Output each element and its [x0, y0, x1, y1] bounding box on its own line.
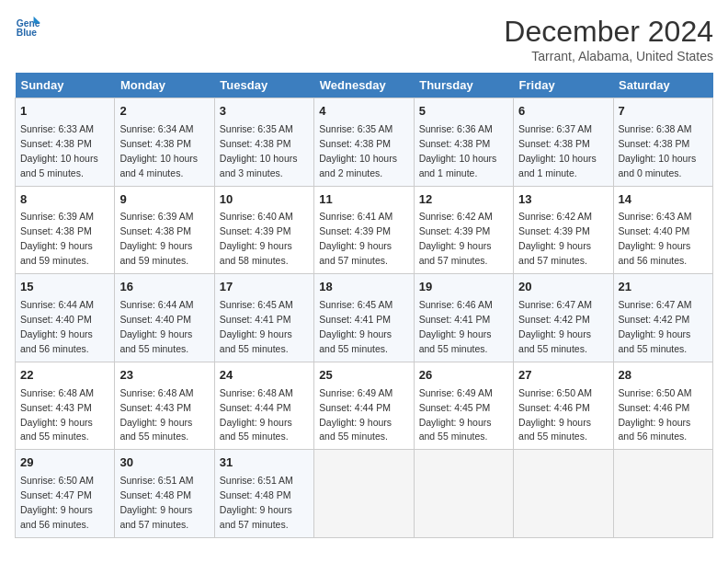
calendar-cell: 19Sunrise: 6:46 AM Sunset: 4:41 PM Dayli… [414, 274, 513, 362]
day-detail: Sunrise: 6:48 AM Sunset: 4:43 PM Dayligh… [119, 387, 193, 442]
day-detail: Sunrise: 6:40 AM Sunset: 4:39 PM Dayligh… [220, 211, 293, 266]
day-number: 13 [518, 191, 608, 209]
day-detail: Sunrise: 6:47 AM Sunset: 4:42 PM Dayligh… [619, 299, 692, 354]
subtitle: Tarrant, Alabama, United States [504, 49, 713, 63]
day-number: 11 [319, 191, 408, 209]
calendar-cell: 3Sunrise: 6:35 AM Sunset: 4:38 PM Daylig… [214, 98, 313, 187]
day-detail: Sunrise: 6:44 AM Sunset: 4:40 PM Dayligh… [20, 299, 94, 354]
calendar-cell [613, 450, 712, 538]
day-number: 15 [20, 279, 109, 296]
calendar-cell: 14Sunrise: 6:43 AM Sunset: 4:40 PM Dayli… [613, 186, 712, 274]
day-detail: Sunrise: 6:35 AM Sunset: 4:38 PM Dayligh… [319, 123, 397, 178]
day-number: 6 [518, 103, 608, 121]
day-detail: Sunrise: 6:47 AM Sunset: 4:42 PM Dayligh… [518, 299, 592, 354]
day-detail: Sunrise: 6:45 AM Sunset: 4:41 PM Dayligh… [220, 299, 293, 354]
calendar-cell: 1Sunrise: 6:33 AM Sunset: 4:38 PM Daylig… [16, 98, 115, 187]
day-detail: Sunrise: 6:50 AM Sunset: 4:46 PM Dayligh… [619, 387, 692, 442]
day-number: 25 [319, 367, 408, 385]
calendar-cell: 10Sunrise: 6:40 AM Sunset: 4:39 PM Dayli… [214, 186, 313, 274]
day-number: 7 [619, 103, 708, 121]
calendar-week-row: 8Sunrise: 6:39 AM Sunset: 4:38 PM Daylig… [16, 186, 713, 274]
weekday-header-sunday: Sunday [16, 73, 115, 98]
day-detail: Sunrise: 6:49 AM Sunset: 4:45 PM Dayligh… [419, 387, 493, 442]
weekday-header-monday: Monday [115, 73, 214, 98]
calendar-cell: 11Sunrise: 6:41 AM Sunset: 4:39 PM Dayli… [314, 186, 414, 274]
day-number: 16 [119, 279, 209, 296]
calendar-cell: 6Sunrise: 6:37 AM Sunset: 4:38 PM Daylig… [514, 98, 613, 187]
calendar-cell: 2Sunrise: 6:34 AM Sunset: 4:38 PM Daylig… [115, 98, 214, 187]
day-detail: Sunrise: 6:49 AM Sunset: 4:44 PM Dayligh… [319, 387, 392, 442]
calendar-cell: 22Sunrise: 6:48 AM Sunset: 4:43 PM Dayli… [16, 362, 115, 450]
day-number: 2 [119, 103, 209, 121]
day-detail: Sunrise: 6:34 AM Sunset: 4:38 PM Dayligh… [119, 123, 198, 178]
weekday-header-thursday: Thursday [414, 73, 513, 98]
calendar-cell: 13Sunrise: 6:42 AM Sunset: 4:39 PM Dayli… [514, 186, 613, 274]
logo: General Blue [15, 15, 40, 40]
day-number: 27 [518, 367, 608, 385]
day-detail: Sunrise: 6:37 AM Sunset: 4:38 PM Dayligh… [518, 123, 597, 178]
day-detail: Sunrise: 6:46 AM Sunset: 4:41 PM Dayligh… [419, 299, 493, 354]
calendar-cell: 31Sunrise: 6:51 AM Sunset: 4:48 PM Dayli… [214, 450, 313, 538]
calendar-cell: 5Sunrise: 6:36 AM Sunset: 4:38 PM Daylig… [414, 98, 513, 187]
day-detail: Sunrise: 6:51 AM Sunset: 4:48 PM Dayligh… [119, 475, 193, 530]
day-detail: Sunrise: 6:33 AM Sunset: 4:38 PM Dayligh… [20, 123, 98, 178]
calendar-cell: 9Sunrise: 6:39 AM Sunset: 4:38 PM Daylig… [115, 186, 214, 274]
day-number: 28 [619, 367, 708, 385]
calendar-cell: 25Sunrise: 6:49 AM Sunset: 4:44 PM Dayli… [314, 362, 414, 450]
calendar-cell: 18Sunrise: 6:45 AM Sunset: 4:41 PM Dayli… [314, 274, 414, 362]
svg-text:Blue: Blue [17, 28, 38, 38]
day-detail: Sunrise: 6:48 AM Sunset: 4:44 PM Dayligh… [220, 387, 293, 442]
day-detail: Sunrise: 6:51 AM Sunset: 4:48 PM Dayligh… [220, 475, 293, 530]
logo-icon: General Blue [15, 15, 40, 40]
day-detail: Sunrise: 6:42 AM Sunset: 4:39 PM Dayligh… [419, 211, 493, 266]
weekday-header-tuesday: Tuesday [214, 73, 313, 98]
title-area: December 2024 Tarrant, Alabama, United S… [504, 15, 713, 63]
day-number: 14 [619, 191, 708, 209]
main-title: December 2024 [504, 15, 713, 49]
day-number: 17 [220, 279, 309, 296]
calendar-cell: 7Sunrise: 6:38 AM Sunset: 4:38 PM Daylig… [613, 98, 712, 187]
day-number: 19 [419, 279, 508, 296]
calendar-cell [314, 450, 414, 538]
day-detail: Sunrise: 6:42 AM Sunset: 4:39 PM Dayligh… [518, 211, 592, 266]
day-number: 26 [419, 367, 508, 385]
calendar-cell: 30Sunrise: 6:51 AM Sunset: 4:48 PM Dayli… [115, 450, 214, 538]
calendar-cell: 27Sunrise: 6:50 AM Sunset: 4:46 PM Dayli… [514, 362, 613, 450]
calendar-week-row: 1Sunrise: 6:33 AM Sunset: 4:38 PM Daylig… [16, 98, 713, 187]
day-detail: Sunrise: 6:50 AM Sunset: 4:46 PM Dayligh… [518, 387, 592, 442]
calendar-week-row: 29Sunrise: 6:50 AM Sunset: 4:47 PM Dayli… [16, 450, 713, 538]
calendar-cell: 26Sunrise: 6:49 AM Sunset: 4:45 PM Dayli… [414, 362, 513, 450]
calendar-week-row: 22Sunrise: 6:48 AM Sunset: 4:43 PM Dayli… [16, 362, 713, 450]
day-detail: Sunrise: 6:48 AM Sunset: 4:43 PM Dayligh… [20, 387, 94, 442]
calendar-cell: 4Sunrise: 6:35 AM Sunset: 4:38 PM Daylig… [314, 98, 414, 187]
day-number: 23 [119, 367, 209, 385]
weekday-header-saturday: Saturday [613, 73, 712, 98]
calendar-cell: 23Sunrise: 6:48 AM Sunset: 4:43 PM Dayli… [115, 362, 214, 450]
calendar-cell: 8Sunrise: 6:39 AM Sunset: 4:38 PM Daylig… [16, 186, 115, 274]
day-number: 29 [20, 454, 109, 472]
calendar-cell: 15Sunrise: 6:44 AM Sunset: 4:40 PM Dayli… [16, 274, 115, 362]
calendar-cell: 17Sunrise: 6:45 AM Sunset: 4:41 PM Dayli… [214, 274, 313, 362]
calendar-cell [514, 450, 613, 538]
calendar-cell [414, 450, 513, 538]
day-number: 30 [119, 454, 209, 472]
day-detail: Sunrise: 6:36 AM Sunset: 4:38 PM Dayligh… [419, 123, 497, 178]
calendar-cell: 24Sunrise: 6:48 AM Sunset: 4:44 PM Dayli… [214, 362, 313, 450]
day-number: 8 [20, 191, 109, 209]
calendar-cell: 20Sunrise: 6:47 AM Sunset: 4:42 PM Dayli… [514, 274, 613, 362]
day-detail: Sunrise: 6:45 AM Sunset: 4:41 PM Dayligh… [319, 299, 392, 354]
day-detail: Sunrise: 6:43 AM Sunset: 4:40 PM Dayligh… [619, 211, 692, 266]
day-detail: Sunrise: 6:50 AM Sunset: 4:47 PM Dayligh… [20, 475, 94, 530]
day-number: 31 [220, 454, 309, 472]
weekday-header-wednesday: Wednesday [314, 73, 414, 98]
day-detail: Sunrise: 6:41 AM Sunset: 4:39 PM Dayligh… [319, 211, 392, 266]
day-number: 9 [119, 191, 209, 209]
calendar-cell: 21Sunrise: 6:47 AM Sunset: 4:42 PM Dayli… [613, 274, 712, 362]
day-number: 24 [220, 367, 309, 385]
day-number: 5 [419, 103, 508, 121]
calendar-table: SundayMondayTuesdayWednesdayThursdayFrid… [15, 73, 713, 538]
calendar-cell: 12Sunrise: 6:42 AM Sunset: 4:39 PM Dayli… [414, 186, 513, 274]
day-number: 3 [220, 103, 309, 121]
calendar-cell: 16Sunrise: 6:44 AM Sunset: 4:40 PM Dayli… [115, 274, 214, 362]
day-detail: Sunrise: 6:38 AM Sunset: 4:38 PM Dayligh… [619, 123, 697, 178]
